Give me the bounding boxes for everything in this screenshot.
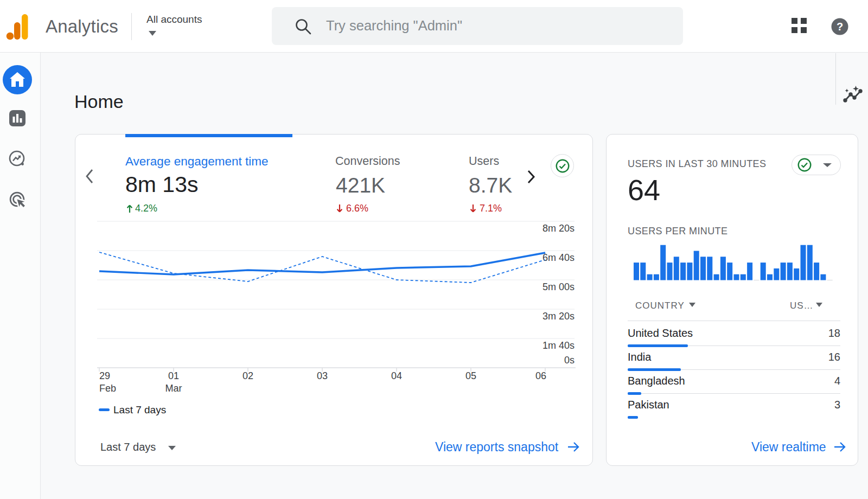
svg-text:?: ? xyxy=(837,21,843,33)
svg-text:29: 29 xyxy=(99,370,110,381)
svg-text:04: 04 xyxy=(391,370,402,381)
svg-text:1m 40s: 1m 40s xyxy=(542,340,575,351)
svg-text:6m 40s: 6m 40s xyxy=(542,252,575,263)
svg-text:01: 01 xyxy=(168,370,179,381)
svg-text:03: 03 xyxy=(317,370,328,381)
svg-text:05: 05 xyxy=(465,370,476,381)
svg-text:Mar: Mar xyxy=(165,383,182,394)
svg-text:02: 02 xyxy=(242,370,253,381)
svg-text:5m 00s: 5m 00s xyxy=(542,282,575,292)
svg-text:Feb: Feb xyxy=(99,383,116,394)
svg-text:3m 20s: 3m 20s xyxy=(542,311,575,322)
svg-text:8m 20s: 8m 20s xyxy=(542,223,575,234)
svg-text:06: 06 xyxy=(535,370,546,381)
svg-text:0s: 0s xyxy=(564,355,575,366)
